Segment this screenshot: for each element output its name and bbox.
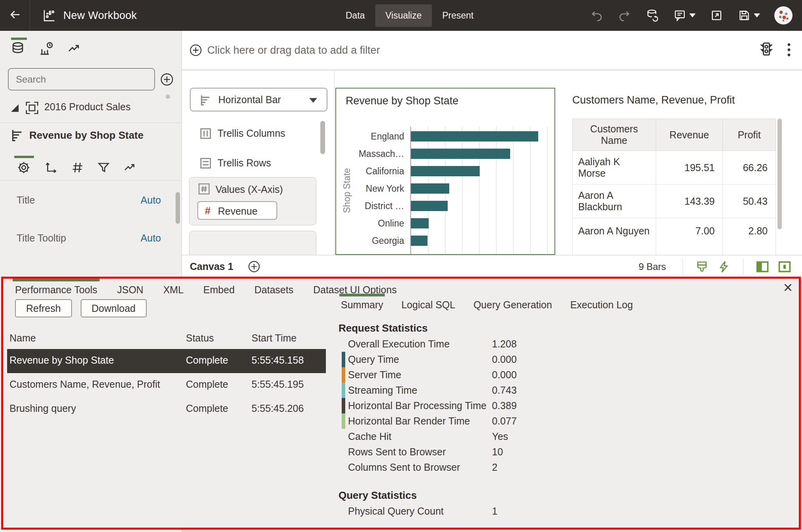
chart-bar[interactable] [411, 236, 427, 246]
general-settings-gear-icon[interactable] [17, 160, 31, 175]
comments-button[interactable] [673, 9, 696, 22]
query-row[interactable]: Customers Name, Revenue, ProfitComplete5… [7, 373, 326, 397]
statistics-area: Request StatisticsOverall Execution Time… [339, 321, 639, 519]
chevron-down-icon [689, 13, 696, 17]
perf-tab-datasets[interactable]: Datasets [254, 284, 293, 296]
canvas-tab[interactable]: Canvas 1 [190, 255, 233, 278]
values-x-axis-dropzone[interactable]: Values (X-Axis) # Revenue [189, 177, 316, 225]
table-column-header: Customers Name [573, 119, 656, 151]
redo-icon[interactable] [618, 9, 631, 22]
value-cell: 195.51 [656, 151, 723, 185]
property-value[interactable]: Auto [141, 194, 161, 227]
visualizations-tab-icon[interactable] [39, 41, 54, 56]
analytics-trend-icon[interactable] [123, 160, 137, 175]
trellis-columns-dropzone[interactable]: Trellis Columns [190, 126, 320, 142]
sidebar-scrollbar[interactable] [176, 192, 180, 224]
close-icon[interactable]: × [783, 279, 793, 295]
header-tab-present[interactable]: Present [432, 4, 484, 27]
undo-icon[interactable] [590, 9, 603, 22]
detail-tab-execution-log[interactable]: Execution Log [570, 299, 633, 311]
table-row[interactable]: Aaliyah K Morse195.5166.26 [573, 151, 776, 185]
query-row[interactable]: Revenue by Shop StateComplete5:55:45.158 [7, 349, 326, 373]
trellis-rows-dropzone[interactable]: Trellis Rows [190, 155, 320, 172]
chart-bar[interactable] [411, 149, 510, 159]
chart-bar[interactable] [411, 131, 538, 141]
divider [0, 180, 182, 181]
values-hash-icon[interactable] [70, 160, 85, 175]
stat-row: Columns Sent to Browser2 [339, 460, 639, 475]
data-tab-icon[interactable] [10, 41, 25, 56]
category-label: Georgia [340, 236, 404, 246]
stat-label: Query Time [348, 354, 399, 365]
save-button[interactable] [738, 9, 760, 22]
stat-value: 10 [492, 446, 503, 458]
bar-chart-panel[interactable]: Revenue by Shop State Shop State England… [335, 88, 555, 255]
value-cell: 66.26 [723, 151, 776, 185]
expand-triangle-icon[interactable] [11, 104, 19, 112]
canvas-status-group: 9 Bars [639, 255, 796, 278]
refresh-button[interactable]: Refresh [15, 299, 72, 317]
table-row[interactable]: Aaron A Nguyen7.002.80 [573, 218, 776, 255]
perf-tab-xml[interactable]: XML [163, 284, 183, 296]
filter-prompt[interactable]: Click here or drag data to add a filter [207, 31, 380, 70]
canvas-settings-traffic-icon[interactable] [758, 41, 774, 57]
chart-bar[interactable] [411, 218, 429, 228]
viz-type-dropdown[interactable]: Horizontal Bar [190, 88, 327, 111]
query-row[interactable]: Brushing queryComplete5:55:45.206 [7, 397, 326, 421]
user-avatar[interactable] [774, 6, 793, 25]
table-header-row: Customers NameRevenueProfit [573, 119, 776, 151]
chart-bar[interactable] [411, 166, 480, 176]
header-tab-visualize[interactable]: Visualize [375, 4, 432, 27]
left-panel-layout-icon[interactable] [755, 260, 770, 274]
grammar-panel: Horizontal Bar Trellis Columns Trellis R… [182, 70, 335, 255]
search-input[interactable] [9, 74, 154, 85]
back-button[interactable] [0, 0, 30, 31]
header-tab-data[interactable]: Data [335, 4, 375, 27]
stat-value: 0.077 [492, 415, 517, 427]
axes-icon[interactable] [44, 160, 58, 175]
customer-name-cell: Aaliyah K Morse [573, 151, 656, 185]
stat-label: Horizontal Bar Render Time [348, 415, 470, 427]
filter-bar: Click here or drag data to add a filter [182, 31, 802, 70]
add-canvas-icon[interactable] [248, 260, 261, 273]
bottom-panel-layout-icon[interactable] [777, 260, 792, 274]
divider [743, 259, 743, 275]
property-value[interactable]: Auto [141, 232, 161, 265]
revenue-field-pill[interactable]: # Revenue [197, 201, 277, 220]
lightning-icon[interactable] [717, 260, 731, 274]
add-dataset-icon[interactable] [160, 72, 174, 87]
chart-bar[interactable] [411, 201, 448, 211]
add-filter-icon[interactable] [189, 43, 202, 57]
chart-row: Georgia [336, 236, 553, 246]
perf-tab-json[interactable]: JSON [117, 284, 144, 296]
active-tab-indicator [11, 38, 27, 40]
analytics-tab-icon[interactable] [66, 41, 81, 56]
sidebar-scroll-dot [166, 94, 170, 99]
perf-tab-embed[interactable]: Embed [203, 284, 235, 296]
brush-icon[interactable] [695, 260, 709, 274]
dataset-name: 2016 Product Sales [44, 101, 131, 113]
divider [0, 123, 182, 123]
filter-funnel-icon[interactable] [96, 160, 111, 175]
table-scrollbar[interactable] [777, 119, 782, 229]
detail-tab-logical-sql[interactable]: Logical SQL [401, 299, 455, 311]
detail-tab-query-generation[interactable]: Query Generation [473, 299, 552, 311]
stat-label: Cache Hit [348, 431, 392, 442]
perf-tab-performance-tools[interactable]: Performance Tools [15, 284, 97, 296]
download-button[interactable]: Download [81, 299, 147, 317]
stats-section-heading: Query Statistics [339, 488, 639, 504]
grammar-scrollbar[interactable] [320, 121, 325, 154]
refresh-data-icon[interactable] [645, 9, 659, 22]
data-table: Customers NameRevenueProfit Aaliyah K Mo… [572, 119, 776, 255]
selection-status: 9 Bars [639, 261, 666, 272]
table-row[interactable]: Aaron A Blackburn143.3950.43 [573, 185, 776, 218]
chart-bar[interactable] [411, 183, 449, 194]
export-icon[interactable] [710, 9, 723, 22]
stat-value: 1.208 [492, 338, 517, 350]
kebab-menu-icon[interactable] [786, 43, 792, 57]
dataset-tree-item[interactable]: 2016 Product Sales [0, 99, 182, 118]
detail-tab-summary[interactable]: Summary [341, 299, 383, 311]
category-label: Massach… [340, 149, 404, 159]
data-table-panel[interactable]: Customers Name, Revenue, Profit Customer… [564, 88, 801, 255]
stat-label: Server Time [348, 369, 401, 381]
